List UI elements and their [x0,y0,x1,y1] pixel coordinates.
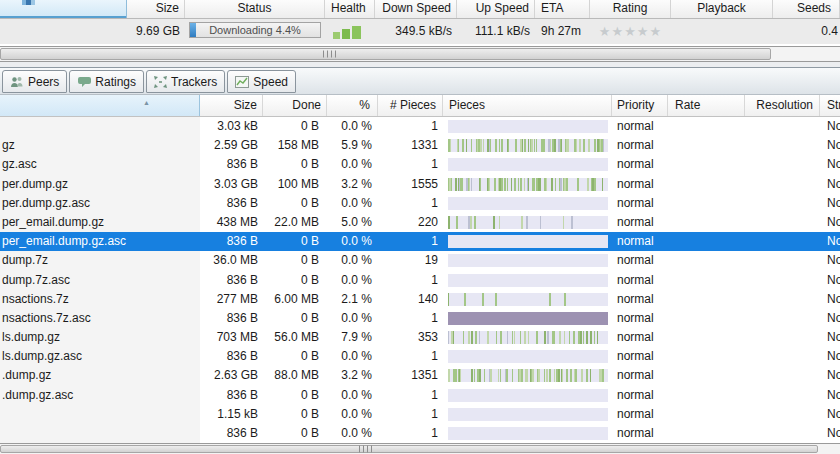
file-row[interactable]: .dump.gz.asc836 B0 B0.0 %1normalNo [0,386,840,405]
file-rate-cell [668,290,745,309]
torrents-header-health[interactable]: Health [325,0,375,18]
torrents-header-playback[interactable]: Playback [671,0,773,18]
file-pieces-cell [443,232,612,251]
file-priority-cell: normal [612,136,668,155]
scrollbar-thumb[interactable] [0,48,771,60]
file-row[interactable]: ls.dump.gz.asc836 B0 B0.0 %1normalNo [0,347,840,366]
torrents-header-seeds[interactable]: Seeds [773,0,840,18]
torrents-header-down-speed[interactable]: Down Speed [375,0,457,18]
torrents-horizontal-scrollbar[interactable] [0,46,840,62]
file-resolution-cell [745,213,820,232]
file-row[interactable]: dump.7z.asc836 B0 B0.0 %1normalNo [0,271,840,290]
torrents-header-eta[interactable]: ETA [535,0,590,18]
file-name-cell: per.dump.gz.asc [0,194,200,213]
file-pieces-cell [443,347,612,366]
file-stream-cell: No [820,155,840,174]
tab-speed[interactable]: Speed [227,70,296,93]
torrent-seeds: 0.4 [773,19,840,44]
file-row[interactable]: nsactions.7z277 MB6.00 MB2.1 %140normalN… [0,290,840,309]
file-priority-cell: normal [612,386,668,405]
files-header-pieces[interactable]: Pieces [443,95,612,116]
torrents-header-name[interactable] [0,0,127,18]
file-percent-cell: 0.0 % [327,386,378,405]
file-name-cell: gz.asc [0,155,200,174]
file-done-cell: 158 MB [263,136,327,155]
file-row[interactable]: per.dump.gz3.03 GB100 MB3.2 %1555normalN… [0,175,840,194]
file-name-cell: ls.dump.gz [0,328,200,347]
file-num-pieces-cell: 1 [378,386,443,405]
file-priority-cell: normal [612,309,668,328]
file-stream-cell: No [820,290,840,309]
files-header-stream[interactable]: Str [820,95,840,116]
file-done-cell: 6.00 MB [263,290,327,309]
files-header-priority[interactable]: Priority [612,95,668,116]
tab-trackers[interactable]: Trackers [146,70,225,93]
torrent-health-cell [325,19,375,44]
file-pieces-cell [443,194,612,213]
file-row[interactable]: 3.03 kB0 B0.0 %1normalNo [0,117,840,136]
file-num-pieces-cell: 1 [378,155,443,174]
file-stream-cell: No [820,309,840,328]
file-name-cell: per.dump.gz [0,175,200,194]
tab-peers[interactable]: Peers [2,70,67,93]
scrollbar-thumb[interactable] [0,445,818,453]
files-header-percent[interactable]: % [327,95,378,116]
file-priority-cell: normal [612,405,668,424]
file-row[interactable]: ls.dump.gz703 MB56.0 MB7.9 %353normalNo [0,328,840,347]
files-header-name[interactable]: ▲ [0,95,200,116]
file-done-cell: 88.0 MB [263,366,327,385]
file-size-cell: 1.15 kB [200,405,263,424]
stars-icon: ★★★★★ [599,24,662,39]
file-percent-cell: 0.0 % [327,309,378,328]
trackers-icon [154,76,167,88]
files-header-num-pieces[interactable]: # Pieces [378,95,443,116]
file-num-pieces-cell: 353 [378,328,443,347]
file-num-pieces-cell: 1 [378,117,443,136]
ratings-icon [77,76,91,88]
scrollbar-grip-icon [323,51,336,58]
files-horizontal-scrollbar[interactable] [0,443,840,454]
torrents-header-rating[interactable]: Rating [590,0,671,18]
file-row[interactable]: dump.7z36.0 MB0 B0.0 %19normalNo [0,251,840,270]
pieces-map [448,389,608,402]
file-row[interactable]: per_email.dump.gz438 MB22.0 MB5.0 %220no… [0,213,840,232]
file-stream-cell: No [820,328,840,347]
file-pieces-cell [443,251,612,270]
sort-ascending-icon: ▲ [143,95,150,113]
file-row[interactable]: nsactions.7z.asc836 B0 B0.0 %1normalNo [0,309,840,328]
torrents-header-status[interactable]: Status [185,0,325,18]
files-header-rate[interactable]: Rate [668,95,745,116]
file-resolution-cell [745,386,820,405]
file-size-cell: 836 B [200,386,263,405]
file-row[interactable]: 836 B0 B0.0 %1normalNo [0,424,840,443]
file-rate-cell [668,155,745,174]
file-num-pieces-cell: 140 [378,290,443,309]
torrent-status-cell: Downloading 4.4% [185,19,325,44]
tab-ratings[interactable]: Ratings [69,70,144,93]
file-percent-cell: 0.0 % [327,251,378,270]
file-done-cell: 0 B [263,424,327,443]
file-resolution-cell [745,328,820,347]
file-row[interactable]: .dump.gz2.63 GB88.0 MB3.2 %1351normalNo [0,366,840,385]
file-pieces-cell [443,175,612,194]
file-row[interactable]: per.dump.gz.asc836 B0 B0.0 %1normalNo [0,194,840,213]
files-header-resolution[interactable]: Resolution [745,95,820,116]
file-size-cell: 3.03 kB [200,117,263,136]
file-size-cell: 703 MB [200,328,263,347]
file-name-cell: per_email.dump.gz [0,213,200,232]
file-done-cell: 0 B [263,117,327,136]
torrents-header-size[interactable]: Size [127,0,185,18]
file-rate-cell [668,424,745,443]
file-row[interactable]: gz.asc836 B0 B0.0 %1normalNo [0,155,840,174]
torrent-rating-stars[interactable]: ★★★★★ [590,19,671,44]
files-header-size[interactable]: Size [200,95,263,116]
file-row[interactable]: per_email.dump.gz.asc836 B0 B0.0 %1norma… [0,232,840,251]
file-stream-cell: No [820,251,840,270]
torrents-header-up-speed[interactable]: Up Speed [457,0,535,18]
file-resolution-cell [745,366,820,385]
torrent-row[interactable]: 9.69 GB Downloading 4.4% 349.5 kB/s 111.… [0,19,840,44]
file-row[interactable]: gz2.59 GB158 MB5.9 %1331normalNo [0,136,840,155]
file-rows: 3.03 kB0 B0.0 %1normalNogz2.59 GB158 MB5… [0,117,840,444]
files-header-done[interactable]: Done [263,95,327,116]
file-row[interactable]: 1.15 kB0 B0.0 %1normalNo [0,405,840,424]
